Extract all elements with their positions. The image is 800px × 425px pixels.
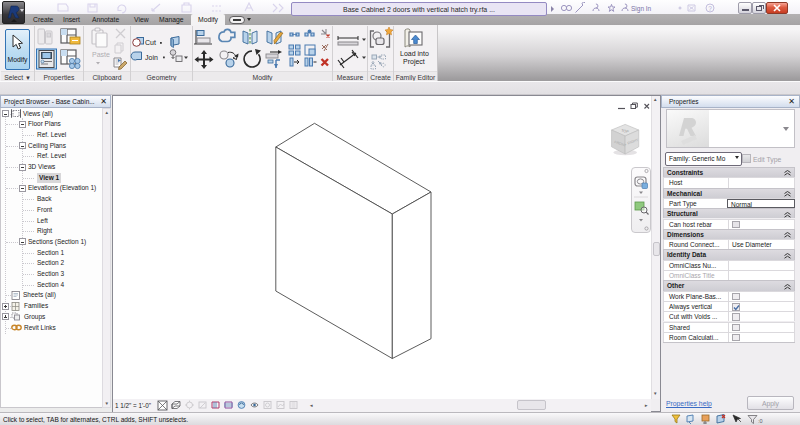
svg-text::0: :0 <box>758 418 763 424</box>
svg-text:1 1/2" = 1'-0": 1 1/2" = 1'-0" <box>115 402 151 409</box>
svg-text:Paste: Paste <box>92 51 110 58</box>
svg-text:Project: Project <box>403 58 425 66</box>
svg-text:?: ? <box>708 5 712 12</box>
svg-text:Load into: Load into <box>400 50 429 57</box>
svg-text:Cut: Cut <box>145 39 156 46</box>
svg-text:Join: Join <box>145 54 158 61</box>
